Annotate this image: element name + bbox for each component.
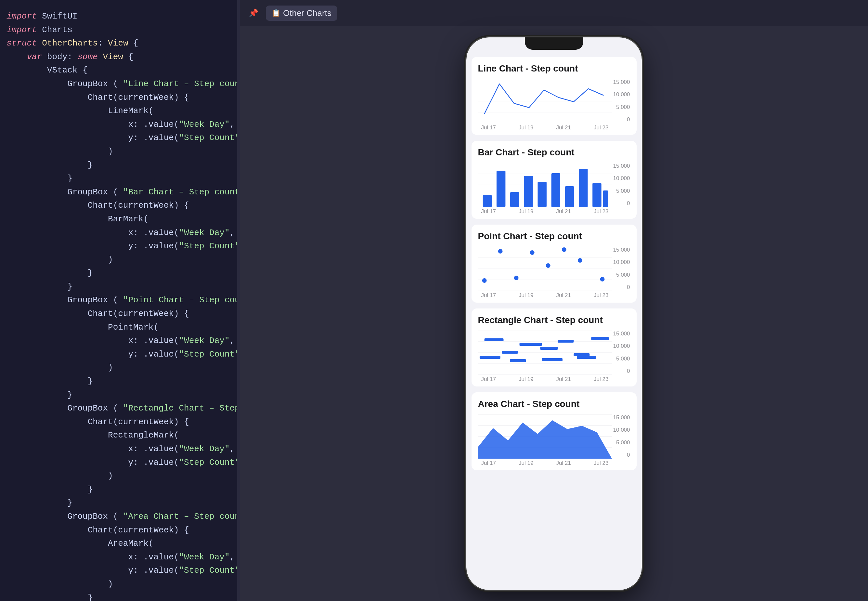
point-chart-x-labels: Jul 17 Jul 19 Jul 21 Jul 23 xyxy=(478,292,612,299)
svg-rect-12 xyxy=(510,192,519,207)
svg-point-27 xyxy=(514,276,518,280)
area-chart-title: Area Chart - Step count xyxy=(478,399,630,409)
area-chart-svg xyxy=(478,415,612,459)
point-chart-svg xyxy=(478,247,612,291)
tab-icon: 📋 xyxy=(272,9,280,17)
svg-rect-47 xyxy=(542,358,562,361)
code-line: GroupBox ( "Bar Chart – Step count" ) { xyxy=(6,186,231,199)
code-panel: import SwiftUIimport Chartsstruct OtherC… xyxy=(0,0,237,601)
rect-chart-x-labels: Jul 17 Jul 19 Jul 21 Jul 23 xyxy=(478,376,612,383)
svg-rect-16 xyxy=(565,186,574,207)
svg-rect-11 xyxy=(496,171,505,207)
svg-rect-48 xyxy=(577,356,596,359)
code-line: AreaMark( xyxy=(6,537,231,551)
code-line: x: .value("Week Day", $0.weekday, unit: … xyxy=(6,442,231,456)
code-line: } xyxy=(6,267,231,280)
code-line: x: .value("Week Day", $0.weekday, unit: … xyxy=(6,551,231,564)
code-line: x: .value("Week Day", $0.weekday, unit: … xyxy=(6,334,231,348)
svg-rect-43 xyxy=(574,353,589,356)
line-chart-x-labels: Jul 17 Jul 19 Jul 21 Jul 23 xyxy=(478,125,612,131)
point-chart-title: Point Chart - Step count xyxy=(478,231,630,241)
code-line: ) xyxy=(6,361,231,375)
svg-point-31 xyxy=(578,258,582,262)
code-line: ) xyxy=(6,469,231,483)
area-chart-area: 15,000 10,000 5,000 0 Jul 17 Jul 19 Jul … xyxy=(478,415,630,467)
svg-rect-19 xyxy=(603,191,608,207)
code-line: Chart(currentWeek) { xyxy=(6,91,231,105)
code-line: GroupBox ( "Point Chart – Step count" ) … xyxy=(6,293,231,307)
rect-chart-area: 15,000 10,000 5,000 0 Jul 17 Jul 19 Jul … xyxy=(478,331,630,383)
svg-rect-45 xyxy=(479,356,500,359)
code-line: y: .value("Step Count", $0.steps) xyxy=(6,131,231,145)
rect-chart-y-labels: 15,000 10,000 5,000 0 xyxy=(612,331,630,375)
phone-notch xyxy=(525,37,583,50)
rect-chart-svg xyxy=(478,331,612,375)
svg-rect-17 xyxy=(579,169,587,207)
code-line: ) xyxy=(6,578,231,591)
code-line: x: .value("Week Day", $0.weekday, unit: … xyxy=(6,226,231,240)
area-chart-x-labels: Jul 17 Jul 19 Jul 21 Jul 23 xyxy=(478,460,612,467)
bar-chart-x-labels: Jul 17 Jul 19 Jul 21 Jul 23 xyxy=(478,208,612,215)
svg-point-25 xyxy=(482,278,486,283)
code-line: Chart(currentWeek) { xyxy=(6,415,231,429)
code-line: } xyxy=(6,496,231,510)
svg-rect-41 xyxy=(540,347,558,350)
line-chart-y-labels: 15,000 10,000 5,000 0 xyxy=(612,79,630,123)
svg-rect-42 xyxy=(558,340,574,343)
other-charts-tab[interactable]: 📋 Other Charts xyxy=(266,6,337,21)
code-line: } xyxy=(6,172,231,186)
code-line: BarMark( xyxy=(6,213,231,226)
bar-chart-card: Bar Chart - Step count xyxy=(472,141,637,219)
rect-chart-title: Rectangle Chart - Step count xyxy=(478,315,630,325)
code-line: LineMark( xyxy=(6,104,231,118)
pin-icon: 📌 xyxy=(246,6,260,20)
svg-rect-39 xyxy=(502,351,518,354)
area-chart-card: Area Chart - Step count 15,000 xyxy=(472,392,637,470)
code-line: } xyxy=(6,388,231,402)
bar-chart-title: Bar Chart - Step count xyxy=(478,147,630,158)
code-line: ) xyxy=(6,253,231,267)
code-line: } xyxy=(6,159,231,172)
code-line: var body: some View { xyxy=(6,50,231,64)
panel-divider xyxy=(237,0,240,601)
svg-point-29 xyxy=(546,263,550,268)
code-line: import Charts xyxy=(6,23,231,37)
top-bar: 📌 📋 Other Charts xyxy=(240,0,868,26)
svg-point-32 xyxy=(600,277,605,282)
code-line: Chart(currentWeek) { xyxy=(6,524,231,537)
code-line: } xyxy=(6,483,231,497)
code-line: PointMark( xyxy=(6,321,231,334)
svg-rect-38 xyxy=(484,339,503,341)
bar-chart-y-labels: 15,000 10,000 5,000 0 xyxy=(612,163,630,207)
code-line: y: .value("Step Count", $0.steps) xyxy=(6,239,231,253)
line-chart-card: Line Chart - Step count xyxy=(472,57,637,135)
svg-point-30 xyxy=(562,247,566,252)
point-chart-y-labels: 15,000 10,000 5,000 0 xyxy=(612,247,630,291)
code-line: RectangleMark( xyxy=(6,429,231,442)
svg-rect-46 xyxy=(510,359,526,362)
code-line: Chart(currentWeek) { xyxy=(6,199,231,213)
svg-point-28 xyxy=(530,250,534,255)
code-line: } xyxy=(6,280,231,294)
code-line: GroupBox ( "Area Chart – Step count" ) { xyxy=(6,510,231,524)
code-lines: import SwiftUIimport Chartsstruct OtherC… xyxy=(6,10,231,601)
line-chart-svg xyxy=(478,79,612,123)
phone-area: Line Chart - Step count xyxy=(466,26,642,601)
svg-rect-40 xyxy=(519,343,542,346)
point-chart-area: 15,000 10,000 5,000 0 Jul 17 Jul 19 Jul … xyxy=(478,247,630,299)
svg-rect-44 xyxy=(591,337,609,340)
svg-rect-15 xyxy=(551,173,560,207)
code-line: } xyxy=(6,375,231,388)
code-line: y: .value("Step Count", $0.steps) xyxy=(6,456,231,470)
code-line: import SwiftUI xyxy=(6,10,231,23)
code-line: VStack { xyxy=(6,64,231,77)
right-panel: 📌 📋 Other Charts Line Chart - Step count xyxy=(240,0,868,601)
code-line: y: .value("Step Count", $0.steps) xyxy=(6,564,231,578)
phone-device: Line Chart - Step count xyxy=(466,37,642,590)
phone-screen[interactable]: Line Chart - Step count xyxy=(466,37,642,590)
point-chart-card: Point Chart - Step count xyxy=(472,224,637,303)
bar-chart-area: 15,000 10,000 5,000 0 Jul 17 Jul 19 Jul … xyxy=(478,163,630,215)
line-chart-title: Line Chart - Step count xyxy=(478,63,630,74)
code-line: GroupBox ( "Rectangle Chart – Step count… xyxy=(6,402,231,415)
svg-rect-18 xyxy=(592,183,601,207)
